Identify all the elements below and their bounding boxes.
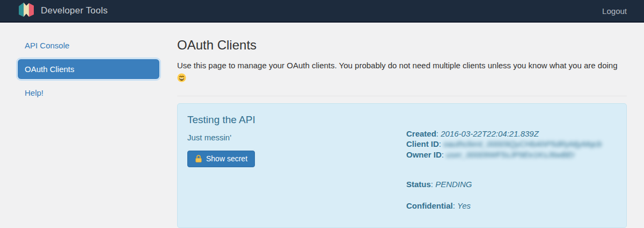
- sidebar: API Console OAuth Clients Help!: [16, 37, 161, 102]
- client-subtitle: Just messin': [187, 133, 398, 142]
- lock-icon: [195, 154, 202, 163]
- sidebar-item-oauth-clients[interactable]: OAuth Clients: [18, 59, 159, 79]
- separator: :: [436, 129, 441, 138]
- client-id-row: Client ID: oauthclient_00009QyCHbAhP5dRy…: [406, 139, 617, 149]
- monzo-m-logo-icon: [18, 2, 34, 19]
- status-label: Status: [406, 180, 431, 189]
- client-id-label: Client ID: [406, 139, 439, 148]
- created-value: 2016-03-22T22:04:21.839Z: [441, 129, 539, 138]
- oauth-client-panel: Testing the API Just messin' Show secret…: [177, 103, 627, 228]
- brand-link[interactable]: Developer Tools: [18, 2, 108, 19]
- status-row: Status: PENDING: [406, 179, 617, 190]
- sidebar-active-ring: OAuth Clients: [16, 58, 161, 81]
- divider-top: [177, 96, 627, 96]
- client-panel-details: Created: 2016-03-22T22:04:21.839Z Client…: [398, 112, 617, 219]
- main-content: OAuth Clients Use this page to manage yo…: [177, 37, 627, 228]
- client-id-value-redacted: oauthclient_00009QyCHbAhP5dRyMjyMqcb: [443, 139, 602, 148]
- sidebar-item-help[interactable]: Help!: [16, 84, 161, 102]
- grinning-face-emoji-icon: [177, 75, 186, 84]
- client-name: Testing the API: [187, 114, 398, 126]
- confidential-label: Confidential: [406, 201, 453, 210]
- brand-title: Developer Tools: [41, 5, 108, 16]
- created-row: Created: 2016-03-22T22:04:21.839Z: [406, 129, 617, 139]
- confidential-row: Confidential: Yes: [406, 201, 617, 211]
- sidebar-item-api-console[interactable]: API Console: [16, 37, 161, 54]
- client-panel-left: Testing the API Just messin' Show secret: [187, 112, 398, 219]
- confidential-value: Yes: [457, 201, 471, 210]
- status-value: PENDING: [435, 180, 472, 189]
- owner-id-value-redacted: user_00009WF5sJP9Ee1KsJ6wBEr: [446, 150, 575, 159]
- created-label: Created: [406, 129, 436, 138]
- separator: :: [442, 150, 446, 159]
- separator: :: [453, 201, 457, 210]
- show-secret-button-label: Show secret: [206, 154, 247, 163]
- navbar: Developer Tools Logout: [0, 0, 644, 23]
- separator: :: [439, 139, 443, 148]
- show-secret-button[interactable]: Show secret: [187, 151, 255, 167]
- page-description: Use this page to manage your OAuth clien…: [177, 60, 627, 86]
- page-layout: API Console OAuth Clients Help! OAuth Cl…: [0, 23, 644, 228]
- owner-id-row: Owner ID: user_00009WF5sJP9Ee1KsJ6wBEr: [406, 149, 617, 160]
- page-title: OAuth Clients: [177, 38, 627, 53]
- separator: :: [431, 180, 435, 189]
- logout-link[interactable]: Logout: [602, 6, 627, 16]
- page-description-text: Use this page to manage your OAuth clien…: [177, 61, 618, 70]
- owner-id-label: Owner ID: [406, 150, 442, 159]
